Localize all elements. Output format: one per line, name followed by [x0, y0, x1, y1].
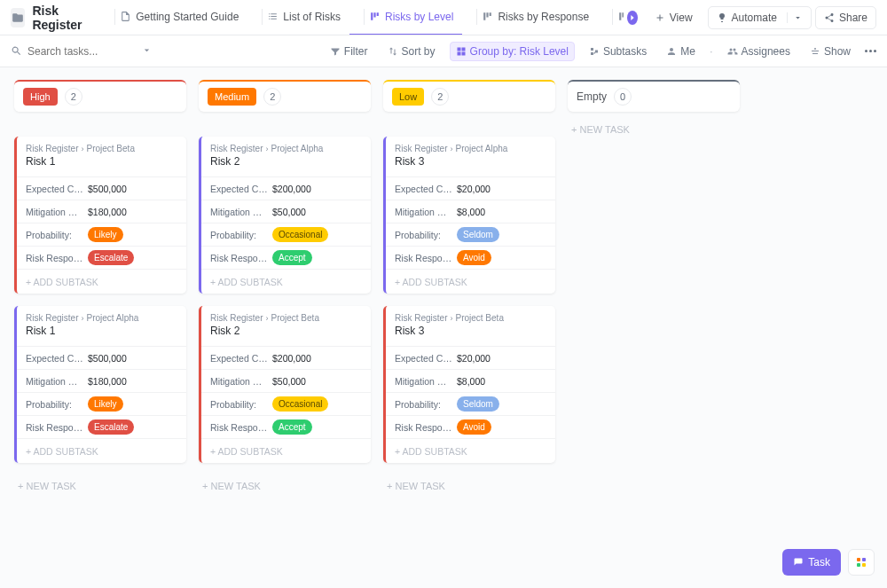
- probability-pill: Likely: [88, 227, 123, 242]
- response-pill: Avoid: [457, 250, 491, 265]
- field-label: Risk Respo…: [26, 253, 88, 263]
- response-pill: Accept: [272, 419, 312, 435]
- field-label: Risk Respo…: [26, 422, 88, 433]
- add-subtask-button[interactable]: + ADD SUBTASK: [17, 269, 186, 294]
- column-header[interactable]: Low2: [383, 80, 555, 112]
- new-task-button[interactable]: + NEW TASK: [14, 475, 186, 497]
- filter-button[interactable]: Filter: [325, 43, 373, 60]
- tab-label: Risks by Response: [498, 11, 589, 23]
- chevron-down-icon[interactable]: [141, 44, 153, 59]
- field-label: Risk Respo…: [210, 253, 272, 263]
- subtasks-button[interactable]: Subtasks: [584, 43, 652, 60]
- search-input[interactable]: [27, 45, 134, 58]
- field-value: $180,000: [88, 376, 127, 387]
- field-value: $200,000: [272, 184, 311, 194]
- field-label: Risk Respo…: [210, 422, 272, 433]
- card-title: Risk 1: [26, 155, 177, 168]
- risk-card[interactable]: Risk Register›Project BetaRisk 2Expected…: [199, 306, 371, 463]
- column-badge: High: [23, 88, 58, 106]
- field-label: Mitigation …: [395, 376, 457, 387]
- column-empty: Empty0+ NEW TASK: [568, 80, 740, 140]
- field-value: $50,000: [272, 376, 306, 387]
- new-task-button[interactable]: + NEW TASK: [568, 119, 740, 140]
- share-label: Share: [839, 12, 867, 24]
- tab-list-of-risks[interactable]: List of Risks: [247, 0, 349, 35]
- new-task-fab-label: Task: [808, 556, 830, 568]
- tab-label: List of Risks: [283, 11, 341, 23]
- tab-label: Risks by Level: [385, 11, 453, 23]
- column-high: High2Risk Register›Project BetaRisk 1Exp…: [14, 80, 186, 497]
- field-label: Probability:: [26, 230, 88, 240]
- folder-icon: [11, 8, 25, 27]
- response-pill: Escalate: [88, 419, 134, 435]
- risk-card[interactable]: Risk Register›Project BetaRisk 1Expected…: [14, 137, 186, 294]
- column-count: 2: [65, 88, 82, 106]
- tab-risks-by-response[interactable]: Risks by Response: [462, 0, 598, 35]
- add-subtask-button[interactable]: + ADD SUBTASK: [386, 269, 555, 294]
- tab-risks-by-level[interactable]: Risks by Level: [349, 0, 462, 35]
- add-view-label: View: [670, 12, 693, 24]
- card-title: Risk 3: [395, 155, 546, 168]
- probability-pill: Likely: [88, 396, 123, 412]
- field-label: Expected C…: [210, 184, 272, 194]
- card-title: Risk 1: [26, 325, 177, 337]
- automate-button[interactable]: Automate: [708, 6, 812, 29]
- add-subtask-button[interactable]: + ADD SUBTASK: [201, 269, 371, 294]
- breadcrumb: Risk Register›Project Alpha: [210, 144, 362, 153]
- add-subtask-button[interactable]: + ADD SUBTASK: [386, 438, 555, 463]
- show-button[interactable]: Show: [805, 43, 856, 60]
- column-header[interactable]: High2: [14, 80, 186, 112]
- probability-pill: Seldom: [457, 396, 499, 412]
- field-label: Mitigation …: [210, 376, 272, 387]
- field-label: Mitigation …: [395, 207, 457, 217]
- field-label: Probability:: [210, 399, 272, 410]
- floating-actions: Task: [782, 549, 875, 576]
- risk-card[interactable]: Risk Register›Project AlphaRisk 3Expecte…: [383, 137, 555, 294]
- field-value: $500,000: [88, 353, 127, 364]
- field-value: $50,000: [272, 207, 306, 217]
- field-label: Probability:: [26, 399, 88, 410]
- card-title: Risk 3: [395, 325, 546, 337]
- probability-pill: Occasional: [272, 396, 328, 412]
- add-view-button[interactable]: View: [647, 6, 701, 29]
- field-value: $500,000: [88, 184, 127, 194]
- more-menu-button[interactable]: [865, 50, 876, 52]
- sort-label: Sort by: [402, 45, 436, 58]
- field-value: $8,000: [457, 376, 485, 387]
- breadcrumb: Risk Register›Project Beta: [26, 144, 177, 153]
- apps-button[interactable]: [848, 549, 875, 576]
- field-label: Expected C…: [210, 353, 272, 364]
- tab-label: Getting Started Guide: [136, 11, 239, 23]
- search-input-wrapper[interactable]: [11, 44, 153, 59]
- field-value: $20,000: [457, 353, 491, 364]
- share-button[interactable]: Share: [815, 6, 876, 29]
- sort-button[interactable]: Sort by: [382, 43, 441, 60]
- page-title: Risk Register: [32, 4, 91, 32]
- probability-pill: Seldom: [457, 227, 499, 242]
- risk-card[interactable]: Risk Register›Project AlphaRisk 1Expecte…: [14, 306, 186, 463]
- column-header[interactable]: Medium2: [199, 80, 371, 112]
- risk-card[interactable]: Risk Register›Project AlphaRisk 2Expecte…: [199, 137, 371, 294]
- tab-risks-by-status[interactable]: Risks by Status: [598, 0, 624, 35]
- group-by-button[interactable]: Group by: Risk Level: [450, 42, 575, 61]
- field-value: $200,000: [272, 353, 311, 364]
- column-badge: Medium: [208, 88, 256, 106]
- field-label: Mitigation …: [210, 207, 272, 217]
- me-button[interactable]: Me: [661, 43, 701, 60]
- assignees-button[interactable]: Assignees: [722, 43, 796, 60]
- risk-card[interactable]: Risk Register›Project BetaRisk 3Expected…: [383, 306, 555, 463]
- field-label: Probability:: [395, 399, 457, 410]
- column-header[interactable]: Empty0: [568, 80, 740, 112]
- subtasks-label: Subtasks: [603, 45, 647, 58]
- new-task-button[interactable]: + NEW TASK: [199, 475, 371, 497]
- kanban-board: High2Risk Register›Project BetaRisk 1Exp…: [0, 67, 887, 588]
- new-task-fab[interactable]: Task: [782, 549, 841, 576]
- add-subtask-button[interactable]: + ADD SUBTASK: [201, 438, 371, 463]
- add-subtask-button[interactable]: + ADD SUBTASK: [17, 438, 186, 463]
- search-icon: [11, 45, 22, 57]
- new-task-button[interactable]: + NEW TASK: [383, 475, 555, 497]
- response-pill: Accept: [272, 250, 312, 265]
- tabs-overflow-button[interactable]: [627, 11, 638, 25]
- tab-getting-started-guide[interactable]: Getting Started Guide: [106, 0, 247, 35]
- response-pill: Avoid: [457, 419, 491, 435]
